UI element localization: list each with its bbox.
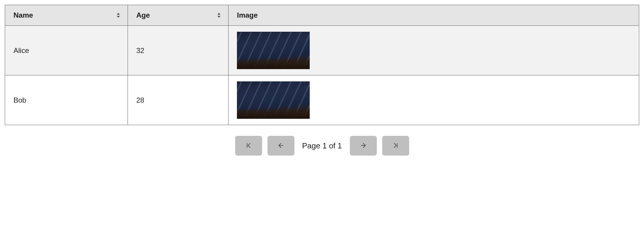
arrow-left-icon: [277, 142, 285, 150]
arrow-right-icon: [360, 142, 367, 150]
pagination: Page 1 of 1: [5, 136, 639, 156]
chevron-first-icon: [245, 142, 252, 150]
table-row: Alice 32: [5, 26, 639, 75]
cell-name: Bob: [5, 75, 128, 125]
sort-icon: [217, 13, 221, 18]
first-page-button[interactable]: [235, 136, 262, 156]
column-header-image-label: Image: [237, 11, 258, 19]
chevron-last-icon: [392, 142, 399, 150]
data-table: Name Age Image Alice 32: [5, 5, 639, 125]
cell-age: 32: [128, 26, 229, 75]
prev-page-button[interactable]: [267, 136, 294, 156]
column-header-name[interactable]: Name: [5, 5, 128, 26]
column-header-age[interactable]: Age: [128, 5, 229, 26]
cell-name: Alice: [5, 26, 128, 75]
cell-age: 28: [128, 75, 229, 125]
column-header-name-label: Name: [13, 11, 33, 19]
column-header-image: Image: [229, 5, 639, 26]
last-page-button[interactable]: [382, 136, 409, 156]
row-image: [237, 81, 310, 119]
cell-image: [229, 26, 639, 75]
column-header-age-label: Age: [136, 11, 150, 19]
cell-image: [229, 75, 639, 125]
row-image: [237, 32, 310, 69]
table-row: Bob 28: [5, 75, 639, 125]
pagination-label: Page 1 of 1: [300, 141, 344, 151]
next-page-button[interactable]: [350, 136, 377, 156]
sort-icon: [116, 13, 120, 18]
